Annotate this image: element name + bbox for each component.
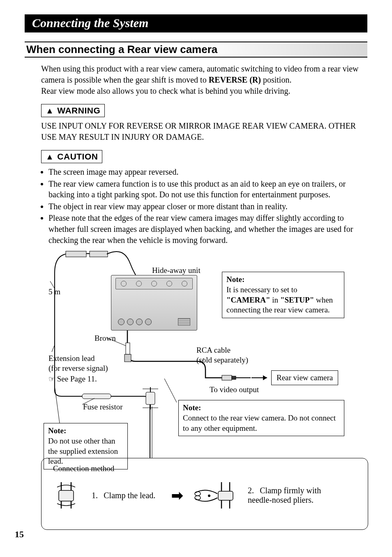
clamp-illustration-2 xyxy=(193,479,238,512)
pointer-hand-icon: ☞ xyxy=(48,375,55,383)
svg-line-16 xyxy=(55,386,60,423)
caution-list: The screen image may appear reversed. Th… xyxy=(48,166,363,245)
hideaway-unit-illustration xyxy=(111,275,197,331)
vent-icon xyxy=(178,318,190,326)
list-item: The object in rear view may appear close… xyxy=(48,201,363,212)
connection-diagram: Hide-away unit 5 m Brown Extension lead … xyxy=(41,250,368,534)
note-heading: Note: xyxy=(48,426,66,435)
list-item: The screen image may appear reversed. xyxy=(48,166,363,178)
svg-rect-20 xyxy=(218,491,233,500)
note-heading: Note: xyxy=(183,403,201,412)
see-page-ref: ☞ See Page 11. xyxy=(48,374,97,384)
five-m-label: 5 m xyxy=(48,287,60,296)
rear-view-camera-box: Rear view camera xyxy=(271,370,338,385)
svg-point-22 xyxy=(195,496,201,500)
caution-triangle-icon: ▲ xyxy=(46,152,54,162)
clamp-illustration-1 xyxy=(53,479,82,512)
brown-label: Brown xyxy=(95,334,116,343)
svg-rect-5 xyxy=(125,354,131,362)
note-bold-camera: "CAMERA" xyxy=(226,296,270,304)
svg-line-15 xyxy=(164,379,177,402)
note-text: Connect to the rear view camera. Do not … xyxy=(183,414,336,432)
step-1-num: 1. xyxy=(92,491,98,500)
svg-rect-7 xyxy=(232,376,236,379)
step-2-text: Clamp firmly with needle-nosed pliers. xyxy=(248,486,321,504)
section-heading: When connecting a Rear view camera xyxy=(25,42,367,58)
note-bold-setup: "SETUP" xyxy=(280,296,314,304)
hideaway-bottom-ports xyxy=(115,316,193,328)
extension-lead-label-2: (for reverse signal) xyxy=(48,364,108,373)
note-text: It is necessary to set to xyxy=(226,285,297,294)
reverse-bold: REVERSE (R) xyxy=(209,75,261,84)
port-icon xyxy=(182,281,187,287)
svg-rect-6 xyxy=(222,375,232,380)
chapter-title: Connecting the System xyxy=(25,14,367,32)
svg-rect-2 xyxy=(82,394,111,399)
rca-label-2: (sold separately) xyxy=(196,356,248,365)
svg-line-12 xyxy=(52,345,55,352)
warning-label: WARNING xyxy=(57,106,100,116)
step-2: 2. Clamp firmly with needle-nosed pliers… xyxy=(248,486,326,505)
port-icon xyxy=(166,281,172,287)
extension-lead-label-1: Extension lead xyxy=(48,354,95,363)
knob-icon xyxy=(136,319,143,325)
intro-text-a: When using this product with a rear view… xyxy=(41,64,359,84)
knob-icon xyxy=(127,319,134,325)
list-item: Please note that the edges of the rear v… xyxy=(48,213,363,245)
svg-rect-0 xyxy=(66,251,86,257)
knob-icon xyxy=(145,319,152,325)
page-number: 15 xyxy=(15,529,24,540)
svg-rect-19 xyxy=(59,490,74,501)
list-item: The rear view camera function is to use … xyxy=(48,178,363,200)
note-text: in xyxy=(270,296,280,304)
knob-icon xyxy=(118,319,125,325)
warning-body: USE INPUT ONLY FOR REVERSE OR MIRROR IMA… xyxy=(41,120,363,143)
hideaway-top-ports xyxy=(115,278,193,289)
svg-marker-10 xyxy=(263,375,267,380)
svg-rect-4 xyxy=(126,343,130,354)
caution-label: CAUTION xyxy=(57,152,98,162)
step-1: 1. Clamp the lead. xyxy=(92,491,161,500)
fuse-resistor-label: Fuse resistor xyxy=(83,402,123,411)
arrow-right-icon: ➡ xyxy=(171,487,183,504)
svg-point-21 xyxy=(195,492,201,496)
port-icon xyxy=(136,281,142,287)
note-camera-setup: Note: It is necessary to set to "CAMERA"… xyxy=(222,272,344,318)
port-icon xyxy=(151,281,157,287)
rear-view-camera-label: Rear view camera xyxy=(277,373,333,382)
note-connect-camera: Note: Connect to the rear view camera. D… xyxy=(178,400,344,436)
rca-label-1: RCA cable xyxy=(196,346,231,355)
svg-rect-1 xyxy=(90,251,108,257)
note-heading: Note: xyxy=(226,275,244,284)
svg-rect-18 xyxy=(146,392,155,404)
caution-badge: ▲ CAUTION xyxy=(41,150,102,163)
connection-method-title: Connection method xyxy=(53,464,356,473)
intro-line2: Rear view mode also allows you to check … xyxy=(41,86,291,95)
intro-paragraph: When using this product with a rear view… xyxy=(41,63,363,97)
connection-method-box: Connection method 1. Clamp the lead. ➡ xyxy=(41,458,368,530)
hideaway-label: Hide-away unit xyxy=(152,266,201,275)
warning-triangle-icon: ▲ xyxy=(46,106,54,116)
port-icon xyxy=(121,281,127,287)
step-2-num: 2. xyxy=(248,486,254,495)
see-page-text: See Page 11. xyxy=(57,374,97,383)
step-1-text: Clamp the lead. xyxy=(104,491,155,500)
intro-text-b: position. xyxy=(261,75,291,84)
to-video-output-label: To video output xyxy=(210,385,259,394)
warning-badge: ▲ WARNING xyxy=(41,104,105,117)
svg-point-23 xyxy=(208,495,210,497)
